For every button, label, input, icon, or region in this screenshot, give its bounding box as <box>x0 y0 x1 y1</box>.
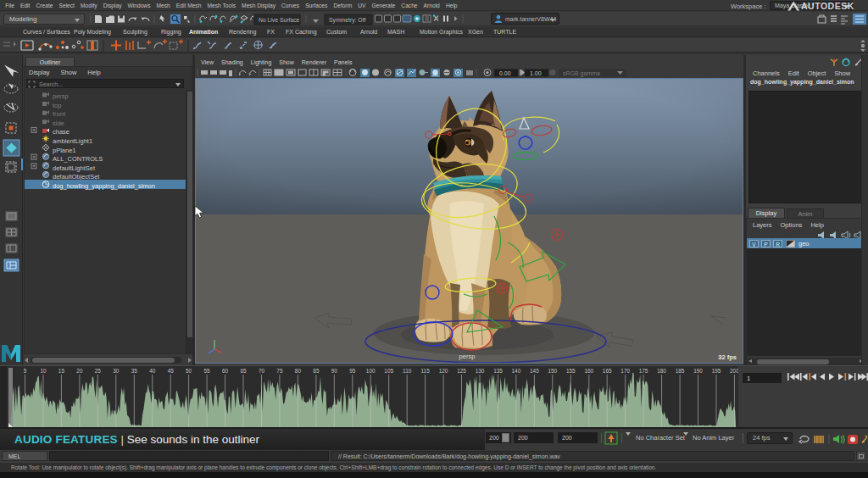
svg-text:1: 1 <box>747 375 750 382</box>
svg-text:32 fps: 32 fps <box>718 353 737 361</box>
svg-text:front: front <box>53 110 66 118</box>
svg-text:No Live Surface: No Live Surface <box>259 17 300 23</box>
svg-text:115: 115 <box>421 368 431 374</box>
svg-text:persp: persp <box>53 92 69 100</box>
svg-text:Symmetry: Off: Symmetry: Off <box>329 17 365 24</box>
svg-text:180: 180 <box>657 368 666 374</box>
svg-text:135: 135 <box>493 368 503 374</box>
svg-text:35: 35 <box>131 368 138 374</box>
svg-text:10: 10 <box>40 368 47 374</box>
svg-text:20: 20 <box>76 368 83 374</box>
svg-text:30: 30 <box>113 368 120 374</box>
svg-text:55: 55 <box>204 368 211 374</box>
svg-text:50: 50 <box>186 368 192 374</box>
svg-text:AUTODESK: AUTODESK <box>801 1 854 11</box>
svg-text:200: 200 <box>730 368 739 374</box>
svg-text:120: 120 <box>439 368 448 374</box>
svg-text:85: 85 <box>313 368 320 374</box>
svg-text:165: 165 <box>603 368 612 374</box>
svg-text:175: 175 <box>639 368 648 374</box>
svg-text:160: 160 <box>584 368 593 374</box>
svg-text:sRGB gamma: sRGB gamma <box>563 70 600 77</box>
svg-text:pPlane1: pPlane1 <box>53 147 76 154</box>
svg-text:90: 90 <box>331 368 338 374</box>
svg-text:190: 190 <box>693 368 703 374</box>
svg-text:185: 185 <box>676 368 685 374</box>
svg-text:105: 105 <box>384 368 393 374</box>
svg-text:15: 15 <box>58 368 65 374</box>
svg-text:side: side <box>53 119 64 127</box>
svg-text:140: 140 <box>512 368 521 374</box>
svg-text:ambientLight1: ambientLight1 <box>53 137 92 145</box>
svg-text:95: 95 <box>349 368 356 374</box>
svg-text:65: 65 <box>240 368 247 374</box>
svg-text:125: 125 <box>457 368 466 374</box>
svg-text:130: 130 <box>476 368 485 374</box>
svg-text:dog_howling_yapping_daniel_sim: dog_howling_yapping_daniel_simon <box>53 182 155 190</box>
svg-text:80: 80 <box>295 368 302 374</box>
svg-text:ALL_CONTROLS: ALL_CONTROLS <box>53 155 103 163</box>
svg-text:40: 40 <box>149 368 156 374</box>
svg-text:persp: persp <box>459 353 476 360</box>
svg-text:60: 60 <box>222 368 229 374</box>
svg-text:45: 45 <box>168 368 175 374</box>
svg-text:defaultLightSet: defaultLightSet <box>53 164 96 172</box>
svg-text:25: 25 <box>95 368 102 374</box>
svg-text:chase: chase <box>53 128 70 136</box>
svg-text:top: top <box>53 102 61 109</box>
svg-text:100: 100 <box>366 368 376 374</box>
svg-text:170: 170 <box>620 368 630 374</box>
svg-text:1.00: 1.00 <box>530 70 542 76</box>
svg-text:150: 150 <box>548 368 557 374</box>
svg-text:155: 155 <box>566 368 576 374</box>
svg-text:70: 70 <box>259 368 265 374</box>
svg-text:110: 110 <box>403 368 412 374</box>
svg-text:145: 145 <box>530 368 539 374</box>
svg-text:195: 195 <box>712 368 721 374</box>
svg-text:75: 75 <box>276 368 283 374</box>
svg-text:0.00: 0.00 <box>499 70 511 76</box>
svg-text:5: 5 <box>24 368 27 374</box>
